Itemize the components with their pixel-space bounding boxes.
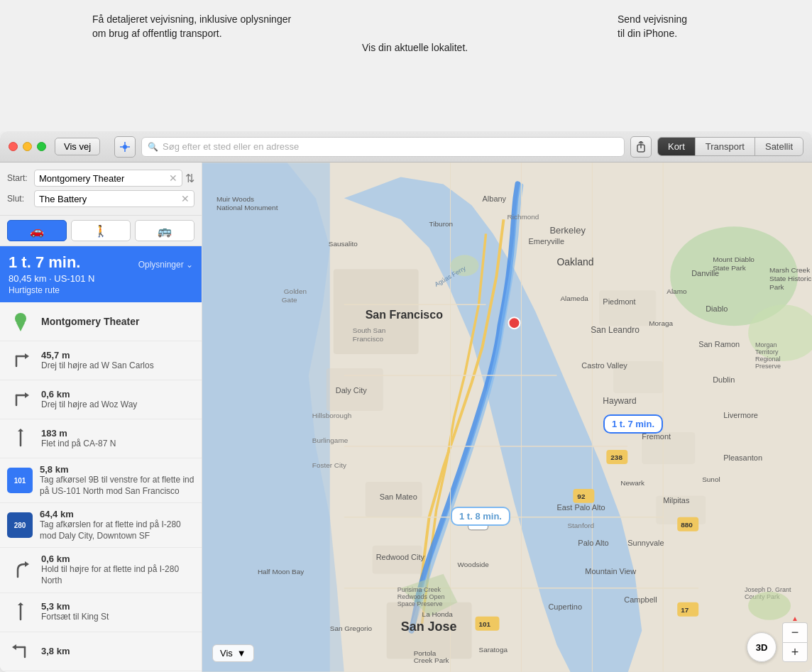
svg-text:La Honda: La Honda bbox=[422, 610, 454, 618]
highway-101-badge: 101 bbox=[7, 468, 33, 493]
drive-mode-button[interactable]: 🚗 bbox=[7, 220, 67, 241]
vis-dropdown[interactable]: Vis ▼ bbox=[212, 644, 254, 662]
tab-transport[interactable]: Transport bbox=[696, 138, 755, 155]
svg-text:Piedmont: Piedmont bbox=[603, 297, 635, 306]
svg-text:Sausalito: Sausalito bbox=[329, 240, 358, 248]
end-label: Slut: bbox=[7, 194, 34, 204]
svg-text:San Gregorio: San Gregorio bbox=[330, 624, 373, 632]
svg-text:Pleasanton: Pleasanton bbox=[723, 453, 762, 462]
direction-item-3[interactable]: 183 m Flet ind på CA-87 N bbox=[0, 419, 202, 458]
svg-text:Oakland: Oakland bbox=[556, 256, 593, 268]
transport-modes: 🚗 🚶 🚌 bbox=[0, 216, 202, 246]
svg-text:Hillsborough: Hillsborough bbox=[312, 412, 351, 419]
tab-kort[interactable]: Kort bbox=[658, 138, 696, 155]
start-pin-icon bbox=[7, 308, 34, 335]
svg-text:92: 92 bbox=[577, 492, 586, 500]
zoom-controls: − + bbox=[782, 622, 808, 662]
svg-text:Preserve: Preserve bbox=[755, 363, 781, 370]
bear-right-icon bbox=[7, 556, 34, 583]
svg-text:101: 101 bbox=[479, 620, 491, 628]
route-info-link[interactable]: Oplysninger ⌄ bbox=[138, 260, 193, 270]
svg-point-0 bbox=[123, 145, 127, 149]
start-value[interactable]: Montgomery Theater ✕ bbox=[34, 170, 182, 187]
svg-text:Mount Diablo: Mount Diablo bbox=[713, 255, 755, 263]
maximize-button[interactable] bbox=[37, 142, 46, 151]
direction-item-4[interactable]: 101 5,8 km Tag afkørsel 9B til venstre f… bbox=[0, 458, 202, 503]
svg-text:Alamo: Alamo bbox=[666, 287, 687, 295]
svg-point-7 bbox=[15, 313, 26, 324]
current-location-button[interactable] bbox=[114, 136, 136, 158]
direction-item-start[interactable]: Montgomery Theater bbox=[0, 302, 202, 341]
svg-text:Campbell: Campbell bbox=[624, 595, 657, 604]
start-label: Start: bbox=[7, 173, 34, 183]
direction-item-6[interactable]: 0,6 km Hold til højre for at flette ind … bbox=[0, 548, 202, 593]
close-button[interactable] bbox=[9, 142, 18, 151]
direction-item-5[interactable]: 280 64,4 km Tag afkørslen for at flette … bbox=[0, 503, 202, 548]
direction-dist-5: 64,4 km bbox=[40, 509, 194, 519]
direction-text-start: Montgomery Theater bbox=[41, 316, 194, 327]
svg-text:Morgan: Morgan bbox=[755, 341, 777, 348]
title-bar: Vis vej 🔍 Søg efter et sted eller en adr… bbox=[0, 131, 812, 163]
route-bubble-2[interactable]: 1 t. 8 min. bbox=[451, 507, 510, 526]
direction-item-2[interactable]: 0,6 km Drej til højre ad Woz Way bbox=[0, 380, 202, 419]
svg-text:Sunol: Sunol bbox=[702, 475, 720, 483]
straight-icon bbox=[7, 599, 34, 626]
zoom-out-button[interactable]: − bbox=[782, 622, 808, 642]
walk-mode-button[interactable]: 🚶 bbox=[71, 220, 131, 241]
svg-marker-8 bbox=[16, 323, 25, 331]
svg-text:San Leandro: San Leandro bbox=[591, 325, 640, 335]
map-area[interactable]: San Francisco Daly City South San Franci… bbox=[202, 163, 812, 672]
svg-marker-17 bbox=[25, 561, 29, 567]
swap-button[interactable]: ⇅ bbox=[185, 172, 194, 185]
svg-text:Cupertino: Cupertino bbox=[548, 602, 582, 611]
toolbar-center: 🔍 Søg efter et sted eller en adresse bbox=[114, 136, 652, 158]
start-text: Montgomery Theater bbox=[39, 173, 124, 184]
svg-text:Creek Park: Creek Park bbox=[414, 656, 449, 664]
search-bar[interactable]: 🔍 Søg efter et sted eller en adresse bbox=[141, 137, 625, 157]
direction-desc-7: Fortsæt til King St bbox=[41, 612, 194, 623]
route-details: 80,45 km · US-101 N bbox=[9, 273, 193, 284]
svg-text:National Monument: National Monument bbox=[216, 204, 278, 211]
svg-text:Space Preserve: Space Preserve bbox=[397, 600, 443, 607]
start-clear-button[interactable]: ✕ bbox=[169, 172, 177, 184]
3d-button[interactable]: 3D bbox=[747, 632, 777, 662]
svg-marker-14 bbox=[25, 392, 29, 398]
zoom-in-button[interactable]: + bbox=[782, 642, 808, 662]
svg-text:Foster City: Foster City bbox=[312, 461, 346, 469]
svg-point-102 bbox=[508, 317, 520, 329]
direction-item-1[interactable]: 45,7 m Drej til højre ad W San Carlos bbox=[0, 341, 202, 380]
svg-text:Diablo: Diablo bbox=[706, 304, 728, 313]
annotation-area: Få detaljeret vejvisning, inklusive oply… bbox=[0, 0, 812, 131]
svg-text:Daly City: Daly City bbox=[336, 386, 367, 395]
turn-left-icon bbox=[7, 638, 34, 665]
annotation-left: Få detaljeret vejvisning, inklusive oply… bbox=[92, 13, 319, 40]
direction-desc-2: Drej til højre ad Woz Way bbox=[41, 400, 194, 411]
direction-item-8[interactable]: 3,8 km bbox=[0, 632, 202, 671]
vis-chevron-icon: ▼ bbox=[237, 648, 246, 659]
share-button[interactable] bbox=[630, 136, 652, 158]
svg-marker-16 bbox=[18, 429, 23, 431]
svg-text:Purisima Creek: Purisima Creek bbox=[397, 586, 441, 593]
end-value[interactable]: The Battery ✕ bbox=[34, 190, 194, 207]
svg-text:Alameda: Alameda bbox=[560, 294, 588, 302]
direction-desc-4: Tag afkørsel 9B til venstre for at flett… bbox=[40, 475, 194, 497]
end-clear-button[interactable]: ✕ bbox=[181, 193, 190, 204]
svg-text:Hayward: Hayward bbox=[603, 396, 636, 406]
route-bubble-1[interactable]: 1 t. 7 min. bbox=[603, 414, 663, 434]
svg-text:17: 17 bbox=[681, 606, 689, 614]
transit-mode-button[interactable]: 🚌 bbox=[135, 220, 194, 241]
svg-text:Gate: Gate bbox=[282, 296, 297, 304]
minimize-button[interactable] bbox=[23, 142, 32, 151]
merge-icon bbox=[7, 425, 34, 452]
direction-text-8: 3,8 km bbox=[41, 646, 194, 656]
svg-text:Richmond: Richmond bbox=[508, 213, 539, 221]
traffic-lights bbox=[9, 142, 46, 151]
svg-text:Regional: Regional bbox=[755, 356, 780, 363]
vis-vej-button[interactable]: Vis vej bbox=[55, 138, 100, 155]
search-icon: 🔍 bbox=[148, 142, 158, 152]
svg-text:Dublin: Dublin bbox=[713, 375, 735, 384]
route-summary[interactable]: 1 t. 7 min. Oplysninger ⌄ 80,45 km · US-… bbox=[0, 246, 202, 302]
tab-satellit[interactable]: Satellit bbox=[755, 138, 803, 155]
start-input-row: Start: Montgomery Theater ✕ ⇅ bbox=[7, 170, 194, 187]
direction-item-7[interactable]: 5,3 km Fortsæt til King St bbox=[0, 593, 202, 632]
